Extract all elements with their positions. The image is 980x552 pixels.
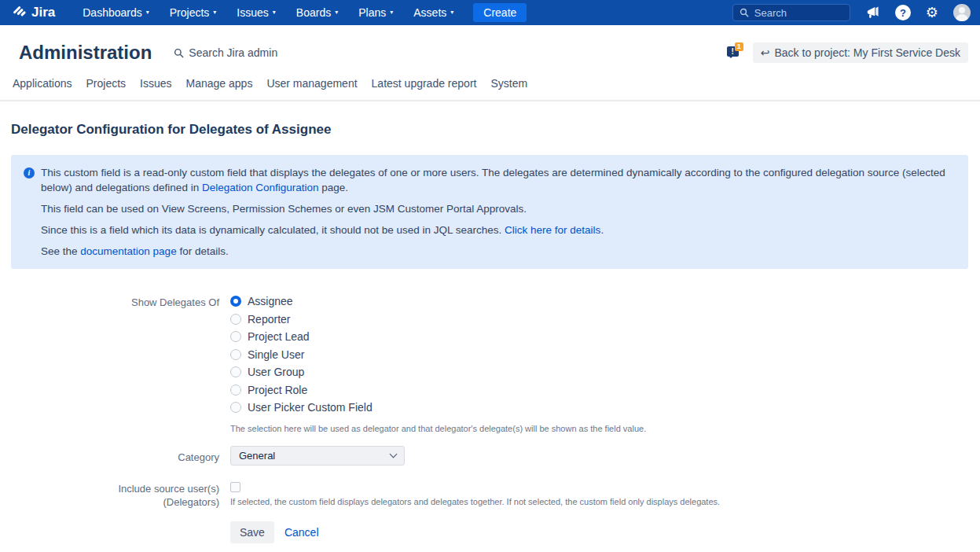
tab-issues[interactable]: Issues	[140, 77, 171, 90]
jira-logo-text: Jira	[31, 5, 55, 20]
nav-boards[interactable]: Boards ▾	[286, 0, 348, 25]
info-paragraph-2: This field can be used on View Screens, …	[41, 201, 956, 216]
back-arrow-icon: ↩	[761, 46, 770, 59]
radio-button-icon[interactable]	[230, 314, 241, 325]
notification-badge: 1	[735, 42, 743, 51]
gear-icon[interactable]: ⚙	[926, 6, 938, 20]
category-selected-value: General	[239, 450, 275, 462]
chevron-down-icon: ▾	[450, 9, 453, 16]
tab-system[interactable]: System	[490, 77, 527, 90]
search-placeholder: Search	[754, 7, 787, 19]
info-paragraph-4: See the documentation page for details.	[41, 244, 956, 259]
nav-projects[interactable]: Projects ▾	[160, 0, 227, 25]
info-paragraph-3: Since this is a field which its data is …	[41, 223, 956, 237]
delegation-configuration-link[interactable]: Delegation Configuration	[202, 182, 319, 193]
radio-button-icon[interactable]	[230, 366, 241, 377]
info-box: i This custom field is a read-only custo…	[11, 155, 968, 269]
form-buttons-row: Save Cancel	[11, 521, 968, 543]
radio-user-picker-custom-field[interactable]: User Picker Custom Field	[230, 399, 373, 417]
page-title: Delegator Configuration for Delegates of…	[11, 122, 968, 138]
chevron-down-icon: ▾	[146, 9, 149, 16]
radio-single-user[interactable]: Single User	[230, 346, 304, 364]
nav-issues[interactable]: Issues ▾	[226, 0, 285, 25]
radio-button-icon[interactable]	[230, 385, 241, 396]
notification-icon[interactable]: ! 1	[727, 46, 741, 59]
include-source-row: Include source user(s) (Delegators) If s…	[11, 482, 968, 509]
show-delegates-help: The selection here will be used as deleg…	[230, 424, 646, 433]
tab-user-management[interactable]: User management	[266, 77, 357, 90]
save-button[interactable]: Save	[230, 521, 274, 543]
include-source-help: If selected, the custom field displays d…	[230, 497, 720, 506]
tab-projects[interactable]: Projects	[86, 77, 127, 90]
chevron-down-icon: ▾	[213, 9, 216, 16]
chevron-down-icon	[390, 450, 398, 458]
admin-title: Administration	[19, 42, 152, 64]
show-delegates-label: Show Delegates Of	[11, 293, 219, 433]
create-button[interactable]: Create	[473, 3, 527, 22]
category-select[interactable]: General	[230, 446, 405, 466]
back-to-project-button[interactable]: ↩ Back to project: My First Service Desk	[753, 42, 968, 63]
info-paragraph-1: This custom field is a read-only custom …	[41, 165, 956, 195]
radio-button-icon[interactable]	[230, 402, 241, 413]
radio-assignee[interactable]: Assignee	[230, 293, 293, 311]
user-avatar[interactable]	[953, 4, 971, 21]
tab-latest-upgrade-report[interactable]: Latest upgrade report	[372, 77, 477, 90]
admin-search-label: Search Jira admin	[189, 46, 277, 59]
global-search-input[interactable]: Search	[732, 4, 850, 21]
top-navbar: Jira Dashboards ▾ Projects ▾ Issues ▾ Bo…	[0, 0, 980, 25]
radio-user-group[interactable]: User Group	[230, 363, 304, 381]
back-button-label: Back to project: My First Service Desk	[774, 46, 960, 59]
search-icon	[174, 48, 184, 58]
nav-assets[interactable]: Assets ▾	[403, 0, 464, 25]
tab-applications[interactable]: Applications	[13, 77, 72, 90]
admin-header: Administration Search Jira admin ! 1 ↩ B…	[0, 25, 980, 75]
nav-dashboards[interactable]: Dashboards ▾	[72, 0, 160, 25]
documentation-page-link[interactable]: documentation page	[80, 245, 176, 257]
radio-project-role[interactable]: Project Role	[230, 381, 307, 399]
search-icon	[740, 8, 749, 17]
show-delegates-row: Show Delegates Of Assignee Reporter Proj…	[11, 293, 968, 433]
jira-logo-icon	[13, 6, 27, 20]
admin-search[interactable]: Search Jira admin	[174, 46, 277, 59]
announcements-icon[interactable]	[865, 6, 880, 20]
chevron-down-icon: ▾	[390, 9, 393, 16]
admin-tabs: Applications Projects Issues Manage apps…	[0, 75, 980, 101]
jira-logo[interactable]: Jira	[13, 5, 55, 20]
chevron-down-icon: ▾	[335, 9, 338, 16]
radio-reporter[interactable]: Reporter	[230, 311, 290, 329]
chevron-down-icon: ▾	[273, 9, 276, 16]
radio-button-icon[interactable]	[230, 296, 241, 307]
main-content: Delegator Configuration for Delegates of…	[0, 122, 980, 543]
click-here-for-details-link[interactable]: Click here for details	[505, 224, 600, 236]
info-icon: i	[24, 167, 35, 178]
radio-project-lead[interactable]: Project Lead	[230, 328, 310, 346]
tab-manage-apps[interactable]: Manage apps	[186, 77, 253, 90]
include-source-checkbox[interactable]	[230, 482, 240, 492]
help-icon[interactable]: ?	[895, 5, 911, 20]
nav-plans[interactable]: Plans ▾	[348, 0, 403, 25]
include-source-label: Include source user(s) (Delegators)	[11, 482, 219, 509]
cancel-link[interactable]: Cancel	[284, 526, 319, 539]
delegator-config-form: Show Delegates Of Assignee Reporter Proj…	[11, 293, 968, 543]
radio-button-icon[interactable]	[230, 349, 241, 360]
radio-button-icon[interactable]	[230, 331, 241, 342]
category-row: Category General	[11, 446, 968, 466]
category-label: Category	[11, 446, 219, 466]
